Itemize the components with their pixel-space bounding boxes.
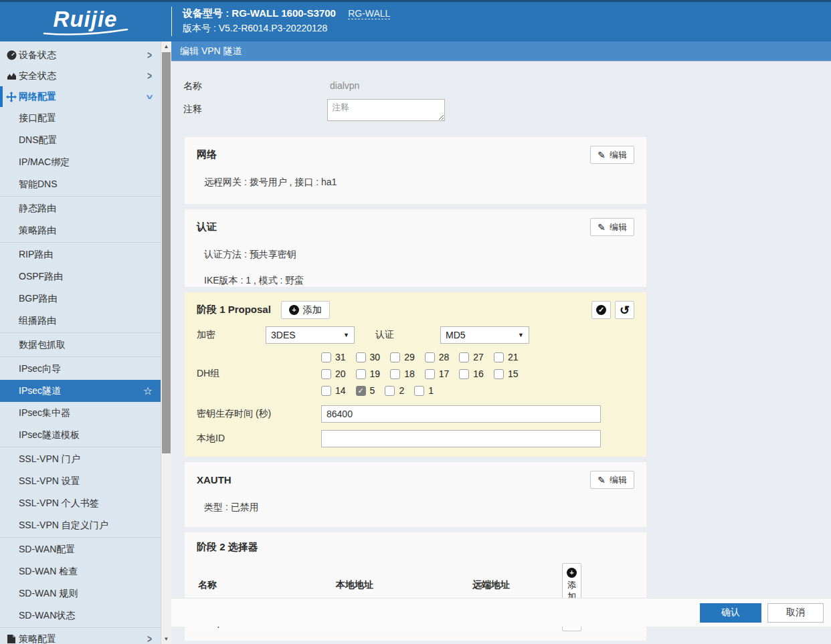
auth-edit-button[interactable]: ✎ 编辑 bbox=[590, 218, 634, 236]
sidebar-item-bgp-route[interactable]: BGP路由 bbox=[0, 288, 161, 310]
col-name: 名称 bbox=[197, 579, 289, 591]
sidebar-item-network-config[interactable]: 网络配置 > bbox=[0, 86, 161, 107]
chevron-right-icon: > bbox=[147, 49, 152, 62]
menu-divider bbox=[0, 242, 161, 243]
section-cards: 网络 ✎ 编辑 远程网关 : 拨号用户 , 接口 : ha1 认证 ✎ 编辑 认… bbox=[185, 137, 646, 644]
dh-checkbox-2[interactable] bbox=[385, 386, 395, 396]
dh-checkbox-17[interactable] bbox=[425, 369, 435, 379]
phase1-proposal-section: 阶段 1 Proposal + 添加 ✓ ↺ 加密 3DES ▼ bbox=[185, 292, 646, 457]
comment-label: 注释 bbox=[183, 104, 202, 116]
dh-checkbox-28[interactable] bbox=[425, 352, 435, 362]
phase1-section-title: 阶段 1 Proposal bbox=[197, 304, 271, 316]
sidebar-item-sdwan-rules[interactable]: SD-WAN 规则 bbox=[0, 582, 161, 605]
sidebar-item-sslvpn-custom-portal[interactable]: SSL-VPN 自定义门户 bbox=[0, 514, 161, 536]
sidebar-item-static-route[interactable]: 静态路由 bbox=[0, 197, 161, 219]
scroll-down-icon[interactable]: ▼ bbox=[161, 634, 171, 644]
scroll-up-icon[interactable]: ▲ bbox=[161, 41, 171, 51]
menu-divider bbox=[0, 537, 161, 538]
star-icon[interactable]: ☆ bbox=[143, 385, 153, 397]
dh-checkbox-5-checked[interactable]: ✓ bbox=[356, 386, 366, 396]
sidebar-item-ipsec-wizard[interactable]: IPsec向导 bbox=[0, 358, 161, 380]
network-section-title: 网络 bbox=[197, 148, 217, 161]
check-circle-icon: ✓ bbox=[596, 305, 606, 315]
sidebar-item-dns-config[interactable]: DNS配置 bbox=[0, 129, 161, 151]
dh-checkbox-15[interactable] bbox=[494, 369, 504, 379]
sidebar-item-sslvpn-bookmarks[interactable]: SSL-VPN 个人书签 bbox=[0, 492, 161, 514]
sidebar-item-sdwan-config[interactable]: SD-WAN配置 bbox=[0, 538, 161, 560]
move-arrows-icon bbox=[6, 92, 17, 102]
ike-version-summary: IKE版本 : 1 , 模式 : 野蛮 bbox=[204, 275, 634, 287]
menu-divider bbox=[0, 627, 161, 628]
dh-checkbox-30[interactable] bbox=[356, 352, 366, 362]
dh-checkbox-1[interactable] bbox=[414, 386, 424, 396]
dh-group-label: DH组 bbox=[197, 368, 321, 380]
sidebar-item-security-status[interactable]: 安全状态 > bbox=[0, 66, 161, 86]
phase1-apply-button[interactable]: ✓ bbox=[591, 301, 611, 319]
local-id-input[interactable] bbox=[321, 430, 601, 447]
plus-circle-icon: + bbox=[567, 568, 577, 578]
sidebar-item-rip-route[interactable]: RIP路由 bbox=[0, 243, 161, 265]
footer-action-bar: 确认 取消 bbox=[171, 598, 831, 627]
sidebar-item-packet-capture[interactable]: 数据包抓取 bbox=[0, 334, 161, 356]
sidebar-nav: 设备状态 > 安全状态 > 网络配置 > 接口配置 DNS配置 IP/MAC绑定… bbox=[0, 41, 171, 644]
policy-doc-icon bbox=[6, 634, 17, 644]
phase2-section-title: 阶段 2 选择器 bbox=[197, 541, 258, 554]
dh-group-grid: 31 30 29 28 27 21 20 19 18 17 16 15 bbox=[321, 350, 528, 398]
network-edit-button[interactable]: ✎ 编辑 bbox=[590, 146, 634, 164]
auth-section: 认证 ✎ 编辑 认证方法 : 预共享密钥 IKE版本 : 1 , 模式 : 野蛮 bbox=[185, 209, 646, 287]
xauth-edit-button[interactable]: ✎ 编辑 bbox=[590, 471, 634, 489]
menu-divider bbox=[0, 447, 161, 447]
phase1-reset-button[interactable]: ↺ bbox=[615, 301, 634, 319]
plus-circle-icon: + bbox=[289, 305, 299, 315]
menu-divider bbox=[0, 356, 161, 357]
phase1-auth-select[interactable]: MD5 ▼ bbox=[440, 326, 529, 344]
comment-input[interactable] bbox=[327, 99, 445, 121]
cancel-button[interactable]: 取消 bbox=[767, 603, 824, 623]
sidebar-item-policy-config[interactable]: 策略配置 > bbox=[0, 629, 161, 644]
sidebar-item-sdwan-check[interactable]: SD-WAN 检查 bbox=[0, 560, 161, 582]
phase1-auth-label: 认证 bbox=[375, 329, 440, 341]
sidebar-item-policy-route[interactable]: 策略路由 bbox=[0, 219, 161, 241]
dh-checkbox-14[interactable] bbox=[321, 386, 331, 396]
xauth-type-summary: 类型 : 已禁用 bbox=[204, 502, 634, 514]
page-title: 编辑 VPN 隧道 bbox=[171, 41, 831, 62]
sidebar-item-sslvpn-settings[interactable]: SSL-VPN 设置 bbox=[0, 470, 161, 492]
sidebar-item-ospf-route[interactable]: OSPF路由 bbox=[0, 265, 161, 288]
auth-section-title: 认证 bbox=[197, 221, 217, 233]
chevron-right-icon: > bbox=[147, 633, 152, 644]
sidebar-item-sslvpn-portal[interactable]: SSL-VPN 门户 bbox=[0, 448, 161, 470]
sidebar-scrollbar-thumb[interactable] bbox=[162, 52, 171, 453]
sidebar-item-sdwan-status[interactable]: SD-WAN状态 bbox=[0, 605, 161, 627]
phase1-add-button[interactable]: + 添加 bbox=[281, 301, 330, 319]
xauth-section: XAUTH ✎ 编辑 类型 : 已禁用 bbox=[185, 462, 646, 527]
device-model-link[interactable]: RG-WALL bbox=[348, 8, 390, 19]
name-label: 名称 bbox=[183, 80, 202, 92]
sidebar-item-ip-mac-binding[interactable]: IP/MAC绑定 bbox=[0, 151, 161, 173]
chevron-right-icon: > bbox=[147, 70, 152, 82]
dh-checkbox-27[interactable] bbox=[459, 352, 469, 362]
dh-checkbox-29[interactable] bbox=[390, 352, 400, 362]
sidebar-item-ipsec-concentrator[interactable]: IPsec集中器 bbox=[0, 402, 161, 424]
sidebar-item-ipsec-tunnel-template[interactable]: IPsec隧道模板 bbox=[0, 424, 161, 446]
sidebar-item-ipsec-tunnel[interactable]: IPsec隧道 ☆ bbox=[0, 380, 161, 402]
dh-checkbox-21[interactable] bbox=[494, 352, 504, 362]
dh-checkbox-31[interactable] bbox=[321, 352, 331, 362]
device-model-value: RG-WALL 1600-S3700 bbox=[232, 7, 336, 19]
keylife-label: 密钥生存时间 (秒) bbox=[197, 408, 321, 420]
dh-checkbox-16[interactable] bbox=[459, 369, 469, 379]
dh-checkbox-19[interactable] bbox=[356, 369, 366, 379]
confirm-button[interactable]: 确认 bbox=[700, 603, 761, 623]
sidebar-item-interface-config[interactable]: 接口配置 bbox=[0, 107, 161, 129]
header-divider bbox=[171, 7, 172, 36]
keylife-input[interactable] bbox=[321, 405, 601, 423]
device-model-label: 设备型号 : bbox=[183, 7, 229, 19]
sidebar-scrollbar[interactable]: ▲ ▼ bbox=[161, 41, 171, 644]
dh-checkbox-18[interactable] bbox=[390, 369, 400, 379]
dh-checkbox-20[interactable] bbox=[321, 369, 331, 379]
sidebar-item-device-status[interactable]: 设备状态 > bbox=[0, 45, 161, 66]
app-header: Ruijie 设备型号 : RG-WALL 1600-S3700 RG-WALL… bbox=[0, 0, 831, 41]
sidebar-item-multicast-route[interactable]: 组播路由 bbox=[0, 310, 161, 332]
device-model-line: 设备型号 : RG-WALL 1600-S3700 RG-WALL bbox=[183, 7, 390, 20]
sidebar-item-smart-dns[interactable]: 智能DNS bbox=[0, 173, 161, 195]
encryption-select[interactable]: 3DES ▼ bbox=[266, 326, 355, 344]
